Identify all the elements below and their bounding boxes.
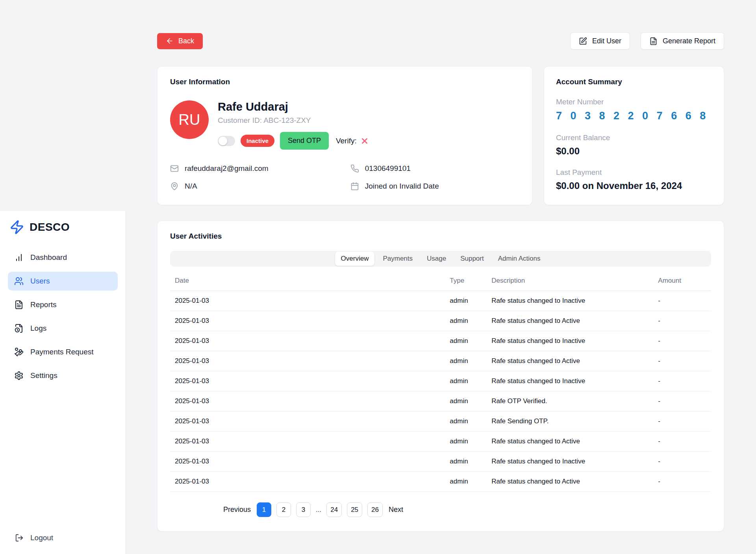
current-balance-label: Current Balance: [556, 133, 712, 142]
table-row: 2025-01-03 admin Rafe status changed to …: [170, 432, 711, 452]
sidebar-nav: Dashboard Users Reports: [8, 248, 118, 385]
pagination-pages: 1 2 3 ... 24 25 26: [257, 502, 383, 517]
sidebar-item-dashboard[interactable]: Dashboard: [8, 248, 118, 267]
cell-amount: -: [658, 452, 711, 472]
table-row: 2025-01-03 admin Rafe status changed to …: [170, 472, 711, 492]
sidebar-item-reports[interactable]: Reports: [8, 295, 118, 314]
table-row: 2025-01-03 admin Rafe OTP Verified. -: [170, 391, 711, 411]
cell-date: 2025-01-03: [170, 411, 450, 432]
cell-amount: -: [658, 472, 711, 492]
user-activities-card: User Activities Overview Payments Usage …: [157, 220, 724, 532]
cell-description: Rafe status changed to Active: [491, 351, 658, 371]
cell-date: 2025-01-03: [170, 331, 450, 351]
brand: DESCO: [8, 220, 118, 235]
account-summary-card: Account Summary Meter Number 7 0 3 8 2 2…: [544, 66, 724, 205]
bar-chart-icon: [14, 253, 24, 262]
tab-support[interactable]: Support: [454, 252, 490, 266]
verify-status: Verify:: [336, 137, 369, 145]
sidebar-item-logs[interactable]: Logs: [8, 319, 118, 338]
cell-date: 2025-01-03: [170, 311, 450, 331]
table-row: 2025-01-03 admin Rafe status changed to …: [170, 371, 711, 391]
arrow-left-icon: [166, 37, 174, 45]
tab-usage[interactable]: Usage: [421, 252, 452, 266]
cell-amount: -: [658, 391, 711, 411]
edit-user-label: Edit User: [592, 37, 621, 45]
tab-payments[interactable]: Payments: [377, 252, 419, 266]
meter-number-label: Meter Number: [556, 98, 712, 106]
logout-button[interactable]: Logout: [8, 534, 118, 542]
file-text-icon: [14, 300, 24, 309]
table-row: 2025-01-03 admin Rafe status changed to …: [170, 291, 711, 311]
cell-type: admin: [450, 432, 491, 452]
location-value: N/A: [185, 182, 197, 191]
cell-date: 2025-01-03: [170, 452, 450, 472]
pagination-page-button[interactable]: 3: [296, 502, 311, 517]
cell-type: admin: [450, 351, 491, 371]
joined-row: Joined on Invalid Date: [350, 182, 519, 191]
pagination-page-button[interactable]: 26: [367, 502, 383, 517]
pagination-page-button[interactable]: 2: [276, 502, 291, 517]
verify-label: Verify:: [336, 137, 357, 145]
status-toggle[interactable]: [218, 136, 235, 146]
activities-tabs: Overview Payments Usage Support Admin Ac…: [170, 251, 711, 267]
cell-description: Rafe Sending OTP.: [491, 411, 658, 432]
last-payment-label: Last Payment: [556, 168, 712, 177]
sidebar-item-label: Reports: [30, 300, 57, 309]
email-value: rafeuddaraj2@gmail.com: [185, 164, 269, 173]
logout-label: Logout: [30, 534, 53, 542]
sidebar-item-label: Logs: [30, 324, 46, 333]
sidebar-item-settings[interactable]: Settings: [8, 366, 118, 385]
generate-report-button[interactable]: Generate Report: [641, 32, 724, 50]
cell-date: 2025-01-03: [170, 291, 450, 311]
contact-grid: rafeuddaraj2@gmail.com 01306499101: [170, 164, 519, 191]
column-header-amount: Amount: [658, 273, 711, 291]
last-payment-value: $0.00 on November 16, 2024: [556, 180, 712, 191]
cell-amount: -: [658, 432, 711, 452]
avatar: RU: [170, 100, 209, 139]
joined-value: Joined on Invalid Date: [365, 182, 439, 191]
tab-admin-actions[interactable]: Admin Actions: [492, 252, 547, 266]
cell-date: 2025-01-03: [170, 351, 450, 371]
meter-number-value: 7 0 3 8 2 2 0 7 6 6 8: [556, 110, 712, 122]
profile-block: RU Rafe Uddaraj Customer ID: ABC-123-ZXY…: [170, 100, 519, 150]
pagination-page-button[interactable]: 1: [257, 502, 271, 517]
table-row: 2025-01-03 admin Rafe status changed to …: [170, 311, 711, 331]
account-summary-title: Account Summary: [556, 78, 712, 86]
cell-description: Rafe OTP Verified.: [491, 391, 658, 411]
cell-type: admin: [450, 311, 491, 331]
brand-name: DESCO: [30, 221, 70, 233]
cell-type: admin: [450, 331, 491, 351]
cell-type: admin: [450, 452, 491, 472]
pagination-page-button[interactable]: 25: [347, 502, 362, 517]
pagination-page-button[interactable]: 24: [326, 502, 342, 517]
edit-user-button[interactable]: Edit User: [570, 32, 630, 50]
cell-type: admin: [450, 472, 491, 492]
table-row: 2025-01-03 admin Rafe status changed to …: [170, 351, 711, 371]
gear-icon: [14, 371, 24, 380]
back-button[interactable]: Back: [157, 33, 203, 49]
user-activities-title: User Activities: [170, 232, 711, 241]
sidebar-item-users[interactable]: Users: [8, 272, 118, 291]
user-information-title: User Information: [170, 78, 519, 86]
column-header-date: Date: [170, 273, 450, 291]
column-header-type: Type: [450, 273, 491, 291]
pagination-page-button[interactable]: ...: [316, 502, 321, 517]
column-header-description: Description: [491, 273, 658, 291]
pagination-next[interactable]: Next: [388, 506, 404, 514]
current-balance-value: $0.00: [556, 146, 712, 157]
phone-row: 01306499101: [350, 164, 519, 173]
cell-type: admin: [450, 411, 491, 432]
sidebar-item-label: Users: [30, 277, 50, 285]
send-otp-button[interactable]: Send OTP: [280, 132, 329, 150]
cell-amount: -: [658, 331, 711, 351]
hand-coins-icon: [14, 347, 24, 357]
pagination-previous[interactable]: Previous: [222, 506, 252, 514]
sidebar-item-label: Settings: [30, 371, 57, 380]
tab-overview[interactable]: Overview: [335, 252, 375, 266]
phone-icon: [350, 164, 359, 173]
table-row: 2025-01-03 admin Rafe status changed to …: [170, 331, 711, 351]
sidebar-item-payments-request[interactable]: Payments Request: [8, 343, 118, 361]
back-label: Back: [178, 37, 194, 45]
cell-type: admin: [450, 291, 491, 311]
customer-id: Customer ID: ABC-123-ZXY: [218, 116, 369, 125]
